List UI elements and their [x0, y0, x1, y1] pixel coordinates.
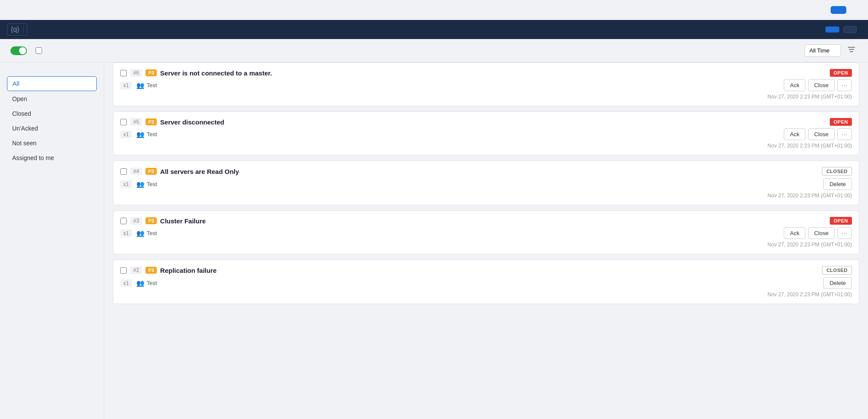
filter-icon-button[interactable]	[845, 43, 858, 58]
alert-meta: x1 👥 Test	[120, 180, 157, 188]
close-button[interactable]: Close	[808, 128, 835, 140]
alert-more-button[interactable]: ···	[837, 227, 852, 239]
search-button[interactable]	[825, 26, 839, 33]
header-actions	[831, 6, 858, 14]
alert-row2: x1 👥 Test Ack Close ···	[120, 79, 852, 91]
alert-card: #2 P3 Replication failure CLOSED x1 👥 Te…	[113, 259, 859, 304]
status-badge: OPEN	[830, 69, 852, 77]
toggle-wrap	[10, 46, 30, 55]
alert-card: #4 P3 All servers are Read Only CLOSED x…	[113, 160, 859, 205]
alert-id: #5	[130, 118, 142, 126]
alert-id: #3	[130, 217, 142, 225]
alert-timestamp: Nov 27, 2020 2:23 PM (GMT+01:00)	[120, 143, 852, 149]
team-name: Test	[147, 82, 157, 88]
alert-timestamp: Nov 27, 2020 2:23 PM (GMT+01:00)	[120, 242, 852, 248]
delete-button[interactable]: Delete	[823, 178, 852, 190]
sidebar-items: AllOpenClosedUn'AckedNot seenAssigned to…	[7, 76, 97, 165]
team-name: Test	[147, 181, 157, 187]
alert-team: 👥 Test	[136, 229, 157, 237]
select-all-checkbox[interactable]	[36, 47, 42, 54]
search-bar: {q}	[0, 20, 868, 39]
alert-left: #3 P3 Cluster Failure	[120, 217, 206, 225]
alert-left: #2 P3 Replication failure	[120, 266, 217, 274]
priority-badge: P3	[145, 168, 156, 175]
alert-title: Replication failure	[160, 267, 217, 274]
toolbar: All Time Last Hour Last Day Last Week	[0, 39, 868, 62]
alert-title: All servers are Read Only	[160, 168, 239, 175]
alert-team: 👥 Test	[136, 131, 157, 138]
alert-actions: Ack Close ···	[784, 79, 852, 91]
close-button[interactable]: Close	[808, 227, 835, 239]
alert-meta: x1 👥 Test	[120, 229, 157, 237]
alert-meta: x1 👥 Test	[120, 279, 157, 287]
toggle-knob	[19, 47, 26, 54]
alert-checkbox[interactable]	[120, 168, 127, 175]
alert-timestamp: Nov 27, 2020 2:23 PM (GMT+01:00)	[120, 94, 852, 100]
alert-row1: #6 P3 Server is not connected to a maste…	[120, 69, 852, 77]
alert-count: x1	[120, 82, 132, 89]
alert-row2: x1 👥 Test Delete	[120, 277, 852, 289]
alert-more-button[interactable]: ···	[837, 128, 852, 140]
alert-checkbox[interactable]	[120, 70, 127, 76]
alert-checkbox[interactable]	[120, 218, 127, 224]
alert-checkbox[interactable]	[120, 267, 127, 274]
sidebar-item-closed[interactable]: Closed	[7, 107, 97, 121]
search-input[interactable]	[32, 26, 812, 33]
page-more-button[interactable]	[851, 8, 858, 12]
see-all-alerts-toggle[interactable]	[10, 46, 27, 55]
create-alert-button[interactable]	[831, 6, 846, 14]
close-button[interactable]: Close	[808, 79, 835, 91]
alert-timestamp: Nov 27, 2020 2:23 PM (GMT+01:00)	[120, 193, 852, 199]
alert-id: #4	[130, 167, 142, 175]
alert-count: x1	[120, 229, 132, 237]
alert-row2: x1 👥 Test Ack Close ···	[120, 227, 852, 239]
team-name: Test	[147, 230, 157, 236]
team-name: Test	[147, 280, 157, 286]
status-badge: OPEN	[830, 118, 852, 126]
sidebar: AllOpenClosedUn'AckedNot seenAssigned to…	[0, 62, 104, 419]
sidebar-item-assigned-to-me[interactable]: Assigned to me	[7, 151, 97, 165]
alert-left: #6 P3 Server is not connected to a maste…	[120, 69, 272, 77]
alert-row2: x1 👥 Test Ack Close ···	[120, 128, 852, 140]
sidebar-item-open[interactable]: Open	[7, 92, 97, 106]
select-row	[36, 47, 46, 54]
alert-left: #5 P3 Server disconnected	[120, 118, 224, 126]
alert-actions: Ack Close ···	[784, 128, 852, 140]
alert-row1: #3 P3 Cluster Failure OPEN	[120, 217, 852, 225]
delete-button[interactable]: Delete	[823, 277, 852, 289]
sidebar-item-all[interactable]: All	[7, 76, 97, 91]
alert-more-button[interactable]: ···	[837, 79, 852, 91]
team-name: Test	[147, 131, 157, 137]
status-badge: CLOSED	[822, 167, 852, 176]
team-icon: 👥	[136, 229, 145, 237]
time-filter-select[interactable]: All Time Last Hour Last Day Last Week	[805, 44, 841, 57]
alert-checkbox[interactable]	[120, 119, 127, 125]
toolbar-right: All Time Last Hour Last Day Last Week	[805, 43, 858, 58]
team-icon: 👥	[136, 82, 145, 89]
ack-button[interactable]: Ack	[784, 227, 805, 239]
alert-row1: #5 P3 Server disconnected OPEN	[120, 118, 852, 126]
alert-count: x1	[120, 131, 132, 138]
ack-button[interactable]: Ack	[784, 128, 805, 140]
alert-actions: Delete	[823, 178, 852, 190]
save-button[interactable]	[844, 26, 857, 33]
alert-card: #3 P3 Cluster Failure OPEN x1 👥 Test Ack…	[113, 210, 859, 254]
alert-count: x1	[120, 279, 132, 287]
alert-id: #6	[130, 69, 142, 77]
alert-row1: #2 P3 Replication failure CLOSED	[120, 266, 852, 275]
alert-meta: x1 👥 Test	[120, 82, 157, 89]
ack-button[interactable]: Ack	[784, 79, 805, 91]
alert-id: #2	[130, 266, 142, 274]
alert-list: #6 P3 Server is not connected to a maste…	[104, 62, 868, 419]
alert-left: #4 P3 All servers are Read Only	[120, 167, 239, 175]
query-icon: {q}	[11, 26, 20, 33]
alert-timestamp: Nov 27, 2020 2:23 PM (GMT+01:00)	[120, 291, 852, 298]
alert-count: x1	[120, 180, 132, 188]
sidebar-item-un-acked[interactable]: Un'Acked	[7, 121, 97, 135]
search-icon-box: {q}	[7, 23, 27, 36]
sidebar-item-not-seen[interactable]: Not seen	[7, 136, 97, 150]
alert-actions: Delete	[823, 277, 852, 289]
alert-team: 👥 Test	[136, 180, 157, 188]
team-icon: 👥	[136, 279, 145, 287]
alert-row2: x1 👥 Test Delete	[120, 178, 852, 190]
